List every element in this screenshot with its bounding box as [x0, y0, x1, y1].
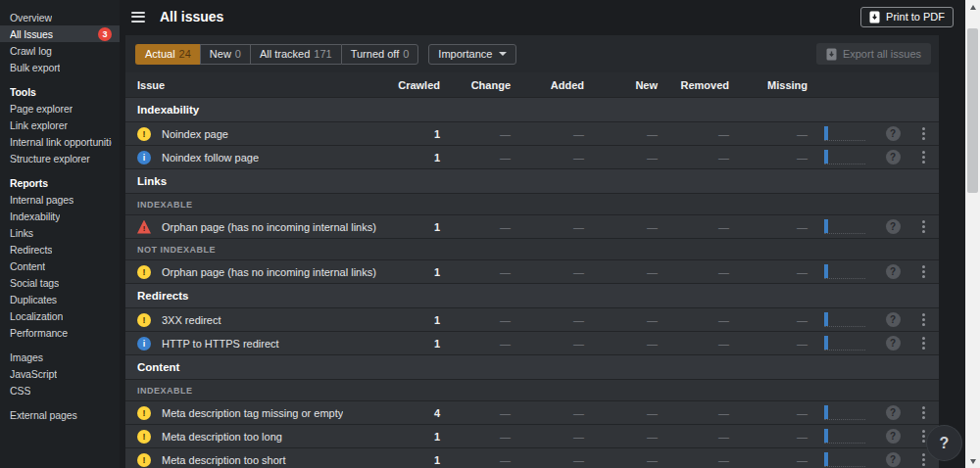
kebab-cell	[907, 428, 929, 445]
subheader-header-indexable: INDEXABLE	[125, 194, 939, 215]
kebab-cell	[907, 263, 929, 280]
issue-menu-kebab-icon[interactable]	[918, 451, 929, 468]
issue-title-link[interactable]: HTTP to HTTPS redirect	[162, 338, 279, 350]
issue-menu-kebab-icon[interactable]	[918, 263, 929, 280]
issues-panel: Actual24New0All tracked171Turned off0 Im…	[125, 35, 939, 468]
tab-new[interactable]: New0	[200, 44, 250, 65]
sidebar-item-localization[interactable]: Localization	[0, 307, 120, 324]
issue-row-noindex-follow-page: iNoindex follow page1—————?	[125, 146, 939, 169]
sidebar-item-external-pages[interactable]: External pages	[0, 406, 120, 423]
sidebar-item-page-explorer[interactable]: Page explorer	[0, 100, 120, 117]
hamburger-menu-icon[interactable]	[131, 12, 145, 23]
issue-title-link[interactable]: Meta description tag missing or empty	[162, 407, 343, 419]
sidebar-item-duplicates[interactable]: Duplicates	[0, 291, 120, 307]
issue-help-button[interactable]: ?	[886, 150, 901, 164]
issue-title-link[interactable]: Meta description too short	[162, 454, 286, 466]
issues-toolbar: Actual24New0All tracked171Turned off0 Im…	[125, 35, 939, 72]
sidebar-item-internal-link-opportunities[interactable]: Internal link opportunities	[0, 133, 120, 150]
issue-menu-kebab-icon[interactable]	[918, 311, 929, 328]
issue-menu-kebab-icon[interactable]	[918, 125, 929, 142]
issue-menu-kebab-icon[interactable]	[918, 404, 929, 421]
sidebar-item-performance[interactable]: Performance	[0, 324, 120, 341]
importance-label: Importance	[438, 48, 492, 60]
page-title: All issues	[160, 9, 223, 24]
issue-menu-kebab-icon[interactable]	[918, 335, 929, 351]
issue-help-button[interactable]: ?	[886, 452, 901, 467]
kebab-cell	[907, 125, 929, 142]
sidebar-item-label: Reports	[10, 177, 48, 189]
sidebar-item-content[interactable]: Content	[0, 257, 120, 274]
subheader-header-not-indexable: NOT INDEXABLE	[125, 239, 939, 260]
added-value: —	[511, 314, 584, 326]
sidebar-item-indexability[interactable]: Indexability	[0, 208, 120, 224]
sidebar-item-crawl-log[interactable]: Crawl log	[0, 42, 120, 59]
issue-help-button[interactable]: ?	[886, 336, 901, 351]
issue-title-link[interactable]: Noindex follow page	[162, 152, 259, 164]
print-to-pdf-button[interactable]: Print to PDF	[860, 7, 954, 27]
scrollbar-thumb[interactable]	[967, 28, 978, 193]
sidebar-item-images[interactable]: Images	[0, 349, 120, 365]
sidebar-item-link-explorer[interactable]: Link explorer	[0, 117, 120, 133]
kebab-cell	[907, 218, 929, 235]
issue-title-link[interactable]: 3XX redirect	[162, 314, 221, 326]
issue-title-link[interactable]: Noindex page	[162, 128, 228, 140]
issue-menu-kebab-icon[interactable]	[918, 149, 929, 165]
sidebar-heading-reports: Reports	[0, 174, 120, 191]
sidebar-item-label: All Issues	[10, 28, 53, 40]
sidebar-item-label: Crawl log	[10, 45, 52, 57]
issue-help-button[interactable]: ?	[886, 429, 901, 444]
crawled-value: 1	[383, 128, 440, 140]
help-cell: ?	[878, 126, 907, 141]
issue-help-button[interactable]: ?	[886, 312, 901, 327]
issue-title-link[interactable]: Orphan page (has no incoming internal li…	[162, 266, 376, 278]
new-value: —	[584, 454, 658, 466]
column-header-change: Change	[440, 79, 511, 91]
sidebar-item-label: CSS	[10, 385, 30, 397]
added-value: —	[511, 407, 584, 419]
removed-value: —	[658, 128, 729, 140]
sidebar-item-javascript[interactable]: JavaScript	[0, 365, 120, 382]
sidebar-item-structure-explorer[interactable]: Structure explorer	[0, 150, 120, 166]
issue-cell: !Orphan page (has no incoming internal l…	[137, 265, 383, 279]
distribution-bar	[824, 312, 865, 327]
added-value: —	[511, 221, 584, 233]
issue-row-meta-description-too-short: !Meta description too short1—————?	[125, 448, 939, 468]
vertical-scrollbar[interactable]	[965, 0, 980, 468]
tab-label: New	[210, 48, 231, 60]
kebab-cell	[907, 451, 929, 468]
issue-help-button[interactable]: ?	[886, 405, 901, 420]
tab-all-tracked[interactable]: All tracked171	[250, 44, 341, 65]
importance-dropdown[interactable]: Importance	[428, 44, 516, 65]
section-label: Indexability	[137, 104, 199, 116]
scroll-down-icon[interactable]	[965, 454, 980, 468]
scroll-up-icon[interactable]	[965, 0, 980, 14]
issue-help-button[interactable]: ?	[886, 219, 901, 234]
sidebar-item-label: Indexability	[10, 211, 60, 222]
issue-help-button[interactable]: ?	[886, 126, 901, 141]
issue-title-link[interactable]: Meta description too long	[162, 431, 282, 443]
sidebar-item-social-tags[interactable]: Social tags	[0, 274, 120, 291]
issue-menu-kebab-icon[interactable]	[918, 218, 929, 235]
tab-actual[interactable]: Actual24	[135, 44, 200, 65]
sidebar-item-overview[interactable]: Overview	[0, 9, 120, 25]
missing-value: —	[729, 407, 808, 419]
export-all-issues-button[interactable]: Export all issues	[816, 43, 931, 65]
sidebar-item-redirects[interactable]: Redirects	[0, 241, 120, 257]
sidebar-item-internal-pages[interactable]: Internal pages	[0, 191, 120, 208]
sidebar-item-links[interactable]: Links	[0, 224, 120, 241]
sidebar-item-bulk-export[interactable]: Bulk export	[0, 59, 120, 75]
subheader-label: NOT INDEXABLE	[137, 245, 216, 255]
issues-table-header: IssueCrawledChangeAddedNewRemovedMissing	[125, 72, 939, 98]
warning-circle-icon: !	[137, 127, 151, 141]
change-value: —	[440, 152, 511, 164]
issue-help-button[interactable]: ?	[886, 264, 901, 279]
change-value: —	[440, 431, 511, 443]
sidebar-item-all-issues[interactable]: All Issues3	[0, 25, 120, 42]
help-fab-button[interactable]: ?	[927, 426, 961, 460]
distribution-bar	[824, 150, 865, 164]
issue-row-http-to-https-redirect: iHTTP to HTTPS redirect1—————?	[125, 332, 939, 355]
issue-title-link[interactable]: Orphan page (has no incoming internal li…	[162, 221, 376, 233]
sidebar-item-css[interactable]: CSS	[0, 382, 120, 398]
tab-turned-off[interactable]: Turned off0	[341, 44, 419, 65]
section-label: Content	[137, 361, 179, 373]
